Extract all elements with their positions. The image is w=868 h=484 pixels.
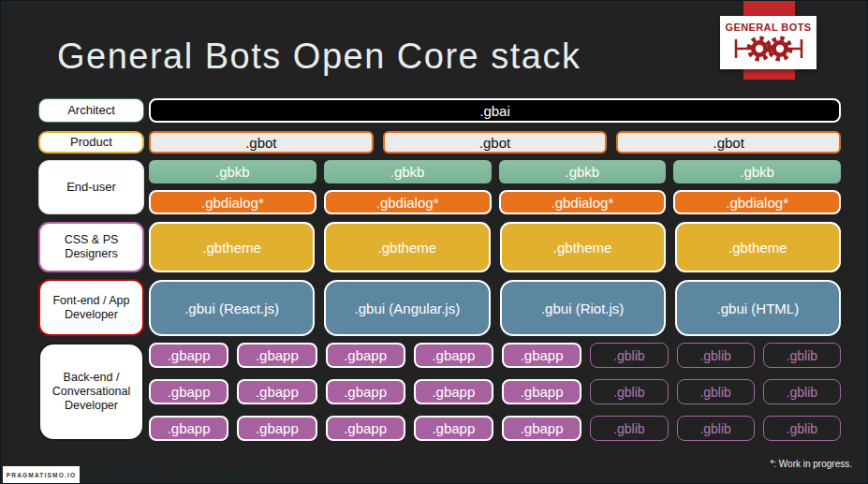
gbkb-box: .gbkb (149, 160, 316, 183)
gbkb-box: .gbkb (324, 160, 492, 183)
row-gbkb: .gbkb .gbkb .gbkb .gbkb (149, 160, 841, 183)
gblib-box: .gblib (763, 379, 841, 404)
gbdialog-box: .gbdialog* (499, 190, 667, 214)
gbtheme-box: .gbtheme (500, 222, 666, 272)
gbapp-box: .gbapp (414, 379, 493, 404)
gbui-html-box: .gbui (HTML) (675, 280, 841, 336)
gbapp-box: .gbapp (326, 343, 405, 368)
gbot-box: .gbot (383, 131, 608, 154)
gbapp-box: .gbapp (149, 343, 228, 368)
gbui-react-box: .gbui (React.js) (149, 280, 315, 336)
gbot-box: .gbot (149, 131, 374, 154)
slide: General Bots Open Core stack GENERAL BOT… (0, 0, 868, 484)
gbapp-box: .gbapp (502, 343, 581, 368)
row-gbai: .gbai (149, 98, 841, 123)
footer-caption: 2018Q4 - Corporate (85, 462, 277, 484)
gbtheme-box: .gbtheme (324, 222, 490, 272)
label-backend-conversational-developer: Back-end / Conversational Developer (38, 343, 144, 441)
gbai-box: .gbai (149, 98, 841, 123)
gbdialog-box: .gbdialog* (149, 190, 316, 214)
gblib-box: .gblib (590, 379, 668, 404)
row-gbot: .gbot .gbot .gbot (149, 131, 841, 154)
row-gbdialog: .gbdialog* .gbdialog* .gbdialog* .gbdial… (149, 190, 841, 214)
logo-brand-text: GENERAL BOTS (726, 22, 812, 33)
gbkb-box: .gbkb (499, 160, 667, 183)
gbapp-box: .gbapp (502, 379, 581, 404)
gbapp-box: .gbapp (326, 379, 405, 404)
label-end-user: End-user (38, 160, 144, 214)
work-in-progress-footnote: *: Work in progress. (770, 459, 852, 469)
gbapp-box: .gbapp (326, 416, 405, 441)
row-gbui: .gbui (React.js) .gbui (Angular.js) .gbu… (149, 280, 841, 336)
row-gbapp-1: .gbapp .gbapp .gbapp .gbapp .gbapp .gbli… (149, 343, 841, 368)
gbot-box: .gbot (616, 131, 841, 154)
gbtheme-box: .gbtheme (149, 222, 315, 272)
row-gbtheme: .gbtheme .gbtheme .gbtheme .gbtheme (149, 222, 841, 272)
label-frontend-app-developer: Font-end / App Developer (38, 279, 144, 336)
gblib-box: .gblib (590, 416, 668, 441)
gbapp-box: .gbapp (414, 343, 493, 368)
gbapp-box: .gbapp (502, 416, 581, 441)
label-architect: Architect (38, 98, 144, 123)
gbui-riot-box: .gbui (Riot.js) (500, 280, 666, 336)
gbdialog-box: .gbdialog* (673, 190, 841, 214)
gbapp-box: .gbapp (237, 343, 316, 368)
gblib-box: .gblib (677, 379, 755, 404)
pragmatismo-brand-box: PRAGMATISMO.IO (3, 466, 80, 484)
label-product: Product (38, 131, 144, 154)
gbui-angular-box: .gbui (Angular.js) (324, 280, 490, 336)
gbtheme-box: .gbtheme (675, 222, 841, 272)
gbkb-box: .gbkb (673, 160, 841, 183)
gbapp-box: .gbapp (149, 416, 228, 441)
gblib-box: .gblib (763, 416, 841, 441)
row-gbapp-3: .gbapp .gbapp .gbapp .gbapp .gbapp .gbli… (149, 416, 841, 441)
gblib-box: .gblib (590, 343, 668, 368)
general-bots-logo: GENERAL BOTS (720, 16, 817, 69)
pragmatismo-brand-text: PRAGMATISMO.IO (7, 472, 76, 478)
gbapp-box: .gbapp (149, 379, 228, 404)
gbapp-box: .gbapp (237, 416, 316, 441)
gblib-box: .gblib (677, 416, 755, 441)
gbdialog-box: .gbdialog* (324, 190, 492, 214)
gblib-box: .gblib (763, 343, 841, 368)
row-gbapp-2: .gbapp .gbapp .gbapp .gbapp .gbapp .gbli… (149, 379, 841, 404)
gbapp-box: .gbapp (237, 379, 316, 404)
slide-title: General Bots Open Core stack (57, 37, 581, 77)
gears-icon (732, 34, 805, 64)
gbapp-box: .gbapp (414, 416, 493, 441)
gblib-box: .gblib (677, 343, 755, 368)
label-css-ps-designers: CSS & PS Designers (38, 222, 144, 272)
